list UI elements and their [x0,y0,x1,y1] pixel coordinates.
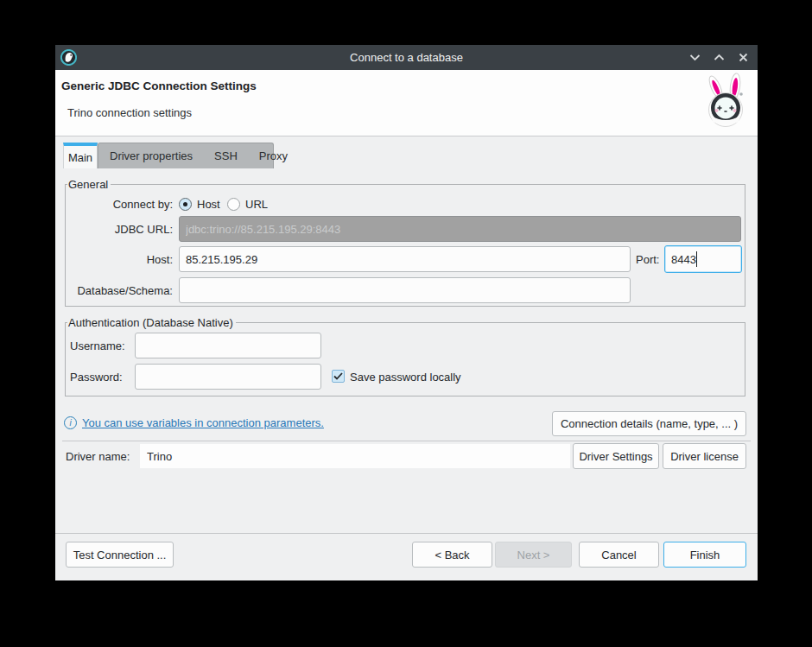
connection-details-button[interactable]: Connection details (name, type, ... ) [552,411,746,436]
window-title: Connect to a database [350,51,463,64]
radio-host-label[interactable]: Host [197,198,220,211]
finish-button[interactable]: Finish [663,542,746,568]
driver-license-button[interactable]: Driver license [663,443,746,469]
close-icon[interactable] [737,52,749,64]
auth-legend: Authentication (Database Native) [67,316,236,329]
dbeaver-rabbit-logo-icon [701,73,751,132]
titlebar: Connect to a database [55,45,758,70]
maximize-icon[interactable] [713,52,725,64]
save-password-checkbox[interactable] [332,370,345,383]
tab-ssh[interactable]: SSH [214,149,238,162]
tab-strip: Driver properties SSH Proxy [98,143,274,168]
connect-dialog: Connect to a database Generic JDBC Conne… [55,45,758,580]
page-subtitle: Trino connection settings [67,106,192,119]
username-field[interactable] [135,333,321,358]
window-controls [688,45,749,70]
tab-proxy[interactable]: Proxy [259,149,288,162]
variables-link[interactable]: You can use variables in connection para… [82,416,324,429]
port-field-wrap [664,245,742,273]
database-field[interactable] [179,277,631,303]
tab-main-label: Main [68,151,92,164]
separator [62,441,751,441]
driver-settings-button[interactable]: Driver Settings [573,443,659,469]
host-field[interactable] [179,246,631,272]
back-button[interactable]: < Back [412,542,492,568]
next-button: Next > [495,542,572,568]
cancel-button[interactable]: Cancel [579,542,659,568]
footer-separator [55,533,758,534]
radio-host[interactable] [179,198,192,211]
dbeaver-app-icon[interactable] [60,49,77,66]
jdbc-url-field [179,216,741,242]
password-label: Password: [70,371,123,384]
save-password-label[interactable]: Save password locally [350,371,461,384]
driver-name-field [140,444,570,468]
radio-url[interactable] [227,198,240,211]
minimize-icon[interactable] [688,52,701,64]
password-field[interactable] [135,364,321,390]
connect-by-label: Connect by: [66,198,173,211]
username-label: Username: [70,339,125,352]
screen: Connect to a database Generic JDBC Conne… [0,0,812,647]
text-caret [696,251,697,267]
driver-name-label: Driver name: [66,450,130,463]
jdbc-url-label: JDBC URL: [66,223,173,236]
radio-url-label[interactable]: URL [245,198,268,211]
tab-driver-properties[interactable]: Driver properties [110,149,193,162]
general-legend: General [67,178,111,191]
port-label: Port: [636,253,659,266]
tab-main[interactable]: Main [63,143,98,168]
database-label: Database/Schema: [66,284,173,297]
info-icon: i [64,416,77,429]
dialog-header: Generic JDBC Connection Settings Trino c… [55,70,758,136]
host-label: Host: [66,253,173,266]
page-title: Generic JDBC Connection Settings [61,79,257,92]
port-field[interactable] [664,245,742,273]
test-connection-button[interactable]: Test Connection ... [66,542,174,568]
